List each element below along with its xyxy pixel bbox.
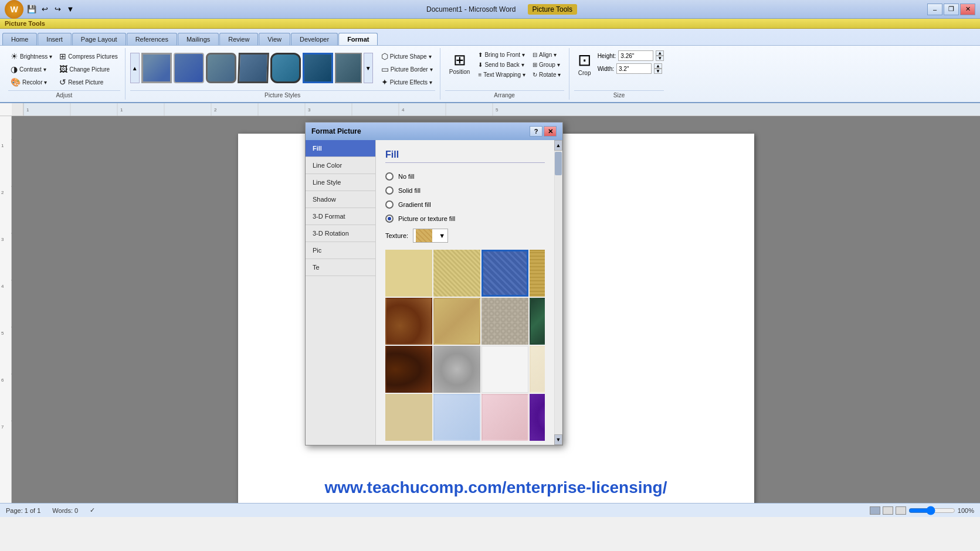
rotate-button[interactable]: ↻ Rotate ▾	[530, 70, 563, 79]
texture-tan[interactable]	[385, 394, 432, 441]
tab-page-layout[interactable]: Page Layout	[72, 33, 126, 45]
change-picture-button[interactable]: 🖼 Change Picture	[57, 63, 120, 75]
picture-border-icon: ▭	[381, 64, 389, 74]
svg-text:2: 2	[214, 107, 217, 113]
office-button[interactable]: W	[5, 0, 23, 19]
texture-purple[interactable]	[530, 394, 545, 441]
styles-scroll-up[interactable]: ▲	[130, 53, 140, 83]
web-layout-button[interactable]	[896, 506, 906, 515]
nav-line-style[interactable]: Line Style	[306, 174, 375, 191]
texture-papyrus-light[interactable]	[433, 298, 480, 345]
width-input[interactable]	[616, 63, 652, 74]
tab-home[interactable]: Home	[2, 33, 37, 45]
texture-white[interactable]	[481, 346, 528, 393]
zoom-slider[interactable]	[908, 506, 955, 515]
scroll-up-button[interactable]: ▲	[554, 140, 562, 151]
tab-format[interactable]: Format	[338, 33, 378, 45]
close-button[interactable]: ✕	[960, 4, 975, 15]
undo-qa-button[interactable]: ↩	[39, 4, 50, 15]
pic-style-7[interactable]	[335, 53, 362, 83]
tab-mailings[interactable]: Mailings	[178, 33, 219, 45]
nav-fill[interactable]: Fill	[306, 140, 375, 157]
minimize-button[interactable]: –	[927, 4, 942, 15]
picture-effects-button[interactable]: ✦ Picture Effects ▾	[379, 76, 435, 88]
scroll-down-button[interactable]: ▼	[554, 434, 562, 445]
nav-te[interactable]: Te	[306, 259, 375, 276]
tab-developer[interactable]: Developer	[291, 33, 338, 45]
dialog-help-button[interactable]: ?	[530, 126, 542, 137]
nav-line-color[interactable]: Line Color	[306, 157, 375, 174]
recolor-icon: 🎨	[11, 77, 21, 87]
height-spinners[interactable]: ▲ ▼	[656, 50, 664, 61]
texture-light-blue[interactable]	[433, 394, 480, 441]
bring-to-front-button[interactable]: ⬆ Bring to Front ▾	[476, 50, 528, 59]
gradient-fill-radio[interactable]	[385, 200, 394, 209]
recolor-button[interactable]: 🎨 Recolor ▾	[8, 76, 55, 88]
group-button[interactable]: ⊞ Group ▾	[530, 60, 563, 69]
height-up[interactable]: ▲	[656, 50, 664, 56]
texture-scroll-wrapper[interactable]	[385, 245, 545, 441]
pic-style-2[interactable]	[174, 53, 204, 83]
nav-3d-format[interactable]: 3-D Format	[306, 208, 375, 225]
position-button[interactable]: ⊞ Position	[446, 50, 474, 77]
width-up[interactable]: ▲	[654, 63, 662, 69]
tab-insert[interactable]: Insert	[38, 33, 72, 45]
pic-style-5[interactable]	[270, 53, 301, 83]
texture-denim[interactable]	[481, 250, 528, 297]
size-group-label: Size	[574, 90, 664, 100]
solid-fill-option[interactable]: Solid fill	[385, 186, 545, 195]
texture-green-marble[interactable]	[530, 298, 545, 345]
picture-border-button[interactable]: ▭ Picture Border ▾	[379, 63, 435, 75]
gradient-fill-option[interactable]: Gradient fill	[385, 200, 545, 209]
texture-pink[interactable]	[481, 394, 528, 441]
redo-qa-button[interactable]: ↪	[52, 4, 63, 15]
scroll-thumb[interactable]	[555, 152, 562, 175]
texture-gray-granite[interactable]	[433, 346, 480, 393]
crop-button[interactable]: ⊡ Crop	[574, 50, 595, 78]
texture-brown-crumple[interactable]	[385, 298, 432, 345]
pic-style-3[interactable]	[206, 53, 236, 83]
qa-dropdown-button[interactable]: ▼	[65, 4, 76, 15]
nav-pic[interactable]: Pic	[306, 242, 375, 259]
text-wrapping-button[interactable]: ≡ Text Wrapping ▾	[476, 70, 528, 79]
texture-papyrus[interactable]	[433, 250, 480, 297]
dialog-scrollbar[interactable]: ▲ ▼	[554, 140, 562, 445]
texture-dark-wood[interactable]	[385, 346, 432, 393]
dialog-close-button[interactable]: ✕	[544, 126, 557, 137]
texture-dropdown[interactable]: ▼	[413, 229, 448, 243]
picture-texture-fill-radio[interactable]	[385, 215, 394, 223]
no-fill-option[interactable]: No fill	[385, 172, 545, 181]
picture-texture-fill-option[interactable]: Picture or texture fill	[385, 215, 545, 223]
height-input[interactable]	[618, 50, 653, 61]
restore-button[interactable]: ❐	[944, 4, 959, 15]
send-to-back-button[interactable]: ⬇ Send to Back ▾	[476, 60, 528, 69]
picture-tools-badge: Picture Tools	[528, 4, 577, 15]
solid-fill-radio[interactable]	[385, 186, 394, 195]
width-down[interactable]: ▼	[654, 69, 662, 74]
reset-picture-button[interactable]: ↺ Reset Picture	[57, 76, 120, 88]
picture-shape-button[interactable]: ⬡ Picture Shape ▾	[379, 50, 435, 62]
tab-references[interactable]: References	[127, 33, 177, 45]
brightness-button[interactable]: ☀ Brightness ▾	[8, 50, 55, 62]
pic-style-1[interactable]	[141, 53, 172, 83]
tab-review[interactable]: Review	[219, 33, 258, 45]
texture-burlap[interactable]	[530, 250, 545, 297]
height-down[interactable]: ▼	[656, 56, 664, 61]
compress-pictures-button[interactable]: ⊞ Compress Pictures	[57, 50, 120, 62]
pic-style-4[interactable]	[238, 53, 269, 83]
full-screen-button[interactable]	[883, 506, 893, 515]
save-qa-button[interactable]: 💾	[26, 4, 38, 15]
nav-3d-rotation[interactable]: 3-D Rotation	[306, 225, 375, 242]
tab-view[interactable]: View	[259, 33, 290, 45]
styles-scroll-down[interactable]: ▼	[364, 53, 373, 83]
pic-style-6[interactable]	[303, 53, 333, 83]
no-fill-radio[interactable]	[385, 172, 394, 181]
nav-shadow[interactable]: Shadow	[306, 191, 375, 208]
print-layout-button[interactable]	[870, 506, 880, 515]
width-spinners[interactable]: ▲ ▼	[654, 63, 662, 74]
texture-granite-light[interactable]	[481, 298, 528, 345]
texture-cream[interactable]	[530, 346, 545, 393]
texture-paper[interactable]	[385, 250, 432, 297]
contrast-button[interactable]: ◑ Contrast ▾	[8, 63, 55, 75]
align-button[interactable]: ⊟ Align ▾	[530, 50, 563, 59]
